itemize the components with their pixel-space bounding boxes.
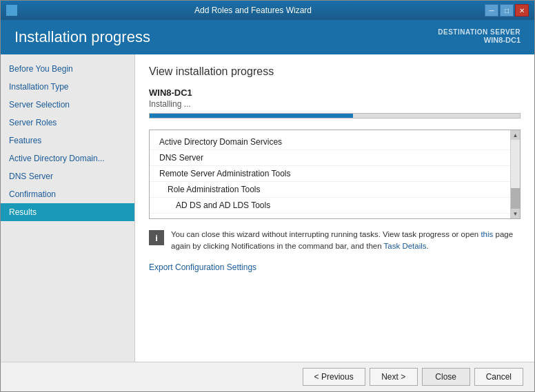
title-bar: Add Roles and Features Wizard ─ □ ✕	[1, 1, 534, 20]
sidebar-item-server-roles[interactable]: Server Roles	[1, 114, 134, 132]
main-content: Before You Begin Installation Type Serve…	[1, 54, 534, 362]
sidebar-item-active-directory[interactable]: Active Directory Domain...	[1, 149, 134, 167]
destination-server-info: DESTINATION SERVER WIN8-DC1	[438, 28, 521, 44]
task-details-link[interactable]: Task Details	[384, 242, 427, 250]
sidebar-item-confirmation[interactable]: Confirmation	[1, 185, 134, 203]
maximize-button[interactable]: □	[500, 4, 514, 17]
previous-button[interactable]: < Previous	[303, 368, 365, 386]
next-button[interactable]: Next >	[370, 368, 418, 386]
main-window: Add Roles and Features Wizard ─ □ ✕ Inst…	[0, 0, 535, 392]
features-list-container: Active Directory Domain Services DNS Ser…	[149, 130, 521, 219]
info-icon: i	[149, 230, 164, 245]
window-icon	[6, 5, 17, 16]
sidebar-item-results[interactable]: Results	[1, 203, 134, 221]
info-text-part3: .	[427, 242, 429, 250]
header-bar: Installation progress DESTINATION SERVER…	[1, 20, 534, 54]
sidebar-item-dns-server[interactable]: DNS Server	[1, 167, 134, 185]
page-title: Installation progress	[14, 28, 150, 46]
sidebar-item-server-selection[interactable]: Server Selection	[1, 96, 134, 114]
content-title: View installation progress	[149, 65, 521, 78]
window-title: Add Roles and Features Wizard	[21, 6, 485, 15]
scroll-up-arrow[interactable]: ▲	[511, 130, 521, 140]
feature-item-ad: Active Directory Domain Services	[150, 134, 520, 150]
features-list: Active Directory Domain Services DNS Ser…	[150, 130, 520, 218]
progress-bar-fill	[150, 114, 353, 118]
feature-item-dns: DNS Server	[150, 150, 520, 166]
progress-bar-container	[149, 113, 521, 118]
scroll-thumb[interactable]	[511, 188, 520, 209]
close-button[interactable]: Close	[422, 368, 470, 386]
minimize-button[interactable]: ─	[485, 4, 498, 17]
export-config-link[interactable]: Export Configuration Settings	[149, 262, 256, 272]
server-heading: WIN8-DC1	[149, 87, 521, 98]
info-box: i You can close this wizard without inte…	[149, 229, 521, 253]
feature-item-role-admin: Role Administration Tools	[150, 182, 520, 198]
sidebar-item-installation-type[interactable]: Installation Type	[1, 78, 134, 96]
sidebar: Before You Begin Installation Type Serve…	[1, 54, 135, 362]
content-area: View installation progress WIN8-DC1 Inst…	[135, 54, 534, 362]
sidebar-item-features[interactable]: Features	[1, 132, 134, 149]
installing-status: Installing ...	[149, 99, 521, 109]
title-bar-controls: ─ □ ✕	[485, 4, 529, 17]
cancel-button[interactable]: Cancel	[474, 368, 523, 386]
info-text-part1: You can close this wizard without interr…	[171, 230, 481, 238]
footer: < Previous Next > Close Cancel	[1, 362, 534, 391]
scroll-track	[511, 140, 520, 209]
list-scrollbar[interactable]: ▲ ▼	[510, 130, 520, 218]
info-text: You can close this wizard without interr…	[171, 229, 521, 253]
close-window-button[interactable]: ✕	[515, 4, 529, 17]
feature-item-rsat: Remote Server Administration Tools	[150, 166, 520, 182]
destination-name: WIN8-DC1	[438, 36, 521, 44]
sidebar-item-before-you-begin[interactable]: Before You Begin	[1, 60, 134, 78]
scroll-down-arrow[interactable]: ▼	[511, 209, 521, 218]
destination-label: DESTINATION SERVER	[438, 28, 521, 36]
task-progress-link[interactable]: this	[481, 230, 493, 238]
feature-item-adlds: AD DS and AD LDS Tools	[150, 198, 520, 214]
